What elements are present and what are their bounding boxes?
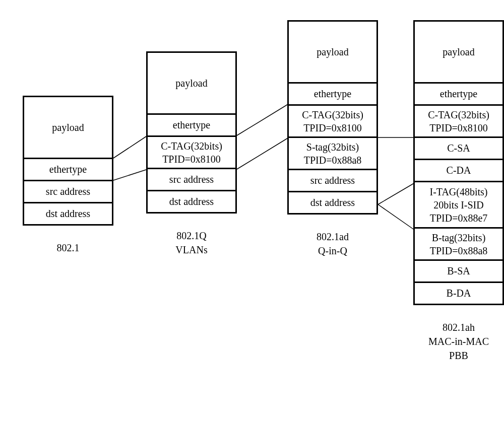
cell-src-address: src address [148, 168, 235, 190]
cell-payload: payload [415, 22, 502, 82]
svg-line-6 [378, 204, 415, 230]
caption-802-1q: 802.1QVLANs [146, 229, 237, 257]
cell-ethertype: ethertype [415, 82, 502, 104]
svg-line-2 [237, 104, 289, 135]
cell-dst-address: dst address [289, 191, 376, 213]
cell-ethertype: ethertype [24, 158, 112, 180]
stack-802-1q: payload ethertype C-TAG(32bits)TPID=0x81… [146, 51, 237, 214]
cell-c-da: C-DA [415, 159, 502, 181]
cell-src-address: src address [289, 169, 376, 191]
cell-payload: payload [148, 53, 235, 113]
column-802-1ad: payload ethertype C-TAG(32bits)TPID=0x81… [287, 20, 378, 258]
cell-payload: payload [289, 22, 376, 82]
cell-b-tag: B-tag(32bits)TPID=0x88a8 [415, 227, 502, 259]
column-802-1q: payload ethertype C-TAG(32bits)TPID=0x81… [146, 51, 237, 257]
cell-src-address: src address [24, 180, 112, 202]
svg-line-5 [378, 183, 415, 204]
cell-dst-address: dst address [148, 190, 235, 212]
cell-s-tag: S-tag(32bits)TPID=0x88a8 [289, 136, 376, 169]
column-802-1: payload ethertype src address dst addres… [23, 96, 113, 255]
caption-802-1ad: 802.1adQ-in-Q [287, 230, 378, 258]
column-802-1ah: payload ethertype C-TAG(32bits)TPID=0x81… [413, 20, 504, 363]
cell-ethertype: ethertype [289, 82, 376, 104]
cell-c-tag: C-TAG(32bits)TPID=0x8100 [148, 135, 235, 168]
cell-ethertype: ethertype [148, 113, 235, 135]
caption-802-1ah: 802.1ahMAC-in-MACPBB [413, 320, 504, 363]
cell-payload: payload [24, 97, 112, 158]
cell-i-tag: I-TAG(48bits)20bits I-SIDTPID=0x88e7 [415, 181, 502, 227]
cell-b-sa: B-SA [415, 259, 502, 281]
svg-line-1 [113, 169, 148, 180]
cell-b-da: B-DA [415, 281, 502, 304]
cell-c-tag: C-TAG(32bits)TPID=0x8100 [289, 104, 376, 136]
stack-802-1: payload ethertype src address dst addres… [23, 96, 113, 226]
diagram-container: payload ethertype src address dst addres… [10, 10, 494, 413]
svg-line-3 [237, 137, 289, 169]
caption-802-1: 802.1 [23, 241, 113, 255]
cell-c-sa: C-SA [415, 136, 502, 159]
cell-dst-address: dst address [24, 202, 112, 224]
cell-c-tag: C-TAG(32bits)TPID=0x8100 [415, 104, 502, 136]
stack-802-1ad: payload ethertype C-TAG(32bits)TPID=0x81… [287, 20, 378, 215]
stack-802-1ah: payload ethertype C-TAG(32bits)TPID=0x81… [413, 20, 504, 305]
svg-line-0 [113, 135, 148, 158]
